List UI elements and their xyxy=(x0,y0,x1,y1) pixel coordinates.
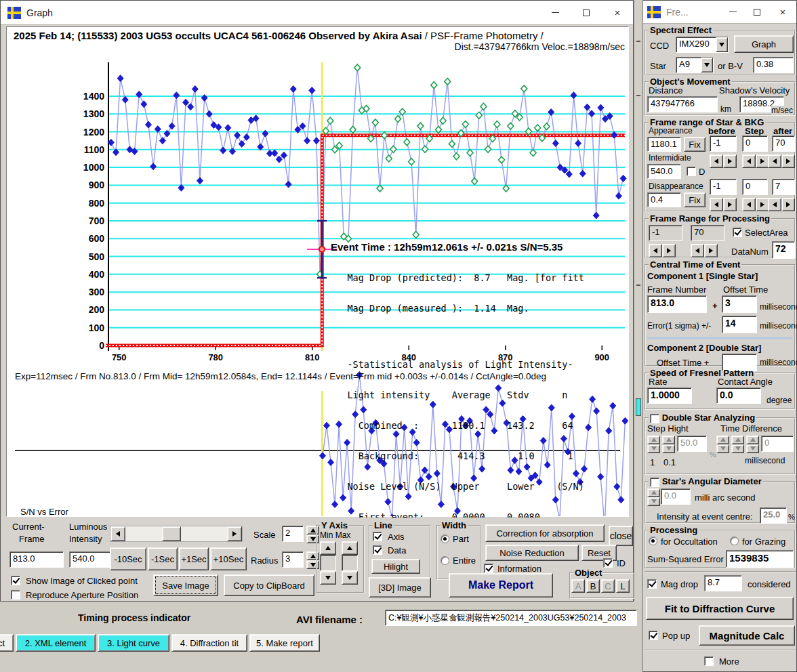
object-a-button[interactable]: A xyxy=(571,579,585,593)
avi-filename-field[interactable]: C:¥観測¥小惑星食観測報告¥250214_2003UG53¥250214_20… xyxy=(385,610,637,626)
angular-diameter-field[interactable]: 0.0 xyxy=(661,488,691,505)
range-end-field[interactable]: 70 xyxy=(691,225,724,241)
step2-spinner[interactable] xyxy=(742,198,769,211)
close-button[interactable]: × xyxy=(602,1,633,24)
offset-time-field[interactable]: 3 xyxy=(722,295,757,313)
for-occultation-radio[interactable] xyxy=(649,537,657,545)
appearance-fix-button[interactable]: Fix xyxy=(684,137,706,152)
maximize-button[interactable] xyxy=(745,1,769,23)
time-spinner-1[interactable] xyxy=(716,436,729,455)
step-spinner[interactable] xyxy=(742,154,769,168)
for-grazing-radio[interactable] xyxy=(730,537,739,545)
magnitude-calc-button[interactable]: Magnitude Calc xyxy=(699,625,795,646)
more-checkbox[interactable] xyxy=(704,656,714,666)
appearance-field[interactable]: 1180.1 xyxy=(647,137,681,152)
information-checkbox[interactable] xyxy=(484,564,493,573)
range-start-field[interactable]: -1 xyxy=(649,225,682,241)
correction-absorption-button[interactable]: Correction for absorption xyxy=(485,524,605,542)
disappearance-field[interactable]: 0.4 xyxy=(647,192,681,207)
time-spinner-3[interactable] xyxy=(746,436,759,455)
reproduce-aperture-checkbox[interactable] xyxy=(11,590,20,600)
close-button[interactable]: × xyxy=(769,1,796,23)
fit-diffraction-button[interactable]: Fit to Diffraction Curve xyxy=(646,597,794,620)
after-spinner[interactable] xyxy=(768,154,795,168)
disappearance-fix-button[interactable]: Fix xyxy=(684,192,706,207)
tab-light-curve[interactable]: 3. Light curve xyxy=(98,634,169,652)
magdrop-checkbox[interactable] xyxy=(647,579,657,589)
step2-field[interactable]: 0 xyxy=(742,179,768,195)
d-checkbox[interactable] xyxy=(687,167,696,176)
post_event-points[interactable] xyxy=(548,92,626,219)
time-spinner-2[interactable] xyxy=(731,436,744,455)
range-end-spinner[interactable] xyxy=(691,244,718,257)
copy-to-clipboard-button[interactable]: Copy to ClipBoard xyxy=(224,574,314,596)
intensity-centre-field[interactable]: 25.0 xyxy=(760,507,787,524)
fresnel-window-titlebar[interactable]: Fre... × xyxy=(643,1,796,24)
object-b-button[interactable]: B xyxy=(586,579,600,593)
line-data-checkbox[interactable] xyxy=(373,545,382,555)
width-entire-radio[interactable] xyxy=(441,556,449,565)
after2-spinner[interactable] xyxy=(768,198,795,211)
angular-spinner[interactable] xyxy=(647,488,660,507)
angular-diameter-checkbox[interactable] xyxy=(650,478,659,487)
ymax-down-button[interactable] xyxy=(342,571,358,585)
scale-field[interactable]: 2 xyxy=(282,526,304,542)
tab-make-report[interactable]: 5. Make report xyxy=(249,634,320,652)
before-spinner[interactable] xyxy=(710,154,737,168)
object-c-button[interactable]: C xyxy=(601,579,615,593)
width-part-radio[interactable] xyxy=(441,534,449,543)
popup-checkbox[interactable] xyxy=(649,631,658,640)
double-star-checkbox[interactable] xyxy=(650,414,659,423)
datanum-field[interactable]: 72 xyxy=(772,241,795,259)
time-difference-field[interactable]: 0 xyxy=(761,436,794,452)
maximize-button[interactable] xyxy=(571,1,602,24)
star-dropdown-icon[interactable] xyxy=(701,58,713,72)
plus-10sec-button[interactable]: +10Sec xyxy=(210,547,247,570)
range-start-spinner[interactable] xyxy=(649,244,676,257)
tab-diffraction-fit[interactable]: 4. Diffraction tit xyxy=(171,634,247,652)
show-image-checkbox[interactable] xyxy=(11,576,20,585)
bv-field[interactable]: 0.38 xyxy=(753,57,794,73)
rate-field[interactable]: 1.0000 xyxy=(647,387,692,404)
ymin-down-button[interactable] xyxy=(320,571,336,585)
contact-angle-field[interactable]: 0.0 xyxy=(716,387,761,404)
tab-xml-element[interactable]: 2. XML element xyxy=(16,634,96,652)
ymax-up-button[interactable] xyxy=(342,541,358,555)
after2-field[interactable]: 7 xyxy=(772,179,795,195)
spectral-graph-button[interactable]: Graph xyxy=(734,35,794,53)
id-checkbox[interactable] xyxy=(603,558,613,568)
plus-1sec-button[interactable]: +1Sec xyxy=(179,547,209,570)
scrollbar-left-button[interactable] xyxy=(110,526,125,541)
before2-field[interactable]: -1 xyxy=(710,179,737,195)
scrollbar-right-button[interactable] xyxy=(227,526,242,541)
hilight-button[interactable]: Hilight xyxy=(371,559,420,574)
before2-spinner[interactable] xyxy=(710,198,737,211)
line-axis-checkbox[interactable] xyxy=(373,532,382,541)
sum-squared-error-field[interactable]: 1539835 xyxy=(726,550,794,568)
ccd-dropdown-icon[interactable] xyxy=(716,37,728,52)
object-l-button[interactable]: L xyxy=(616,579,630,593)
frame-scrollbar[interactable] xyxy=(110,526,243,542)
noise-reduction-button[interactable]: Noise Reduction xyxy=(485,545,579,561)
image-3d-button[interactable]: [3D] Image xyxy=(369,577,431,597)
minus-1sec-button[interactable]: -1Sec xyxy=(148,547,178,570)
save-image-button[interactable]: Save Image xyxy=(153,574,218,596)
intermidiate-field[interactable]: 540.0 xyxy=(647,164,681,179)
event-frame-field[interactable]: 813.0 xyxy=(647,295,707,313)
selectarea-checkbox[interactable] xyxy=(733,228,742,237)
make-report-button[interactable]: Make Report xyxy=(449,573,553,597)
minimize-button[interactable] xyxy=(720,1,745,23)
minimize-button[interactable] xyxy=(539,1,571,24)
graph-window-titlebar[interactable]: Graph × xyxy=(1,1,633,25)
step-hight-field[interactable]: 50.0 xyxy=(677,436,707,452)
minus-10sec-button[interactable]: -10Sec xyxy=(110,547,146,570)
current-frame-field[interactable]: 813.0 xyxy=(9,551,64,568)
step-spinner-fine[interactable] xyxy=(662,436,675,455)
step-spinner-coarse[interactable] xyxy=(647,436,660,455)
after-field[interactable]: 70 xyxy=(772,135,795,152)
pre_event-points[interactable] xyxy=(108,75,319,192)
graph-close-button[interactable]: close xyxy=(609,526,633,546)
before-field[interactable]: -1 xyxy=(710,135,737,152)
distance-field[interactable]: 437947766 xyxy=(647,96,718,112)
radius-field[interactable]: 3 xyxy=(282,551,304,568)
